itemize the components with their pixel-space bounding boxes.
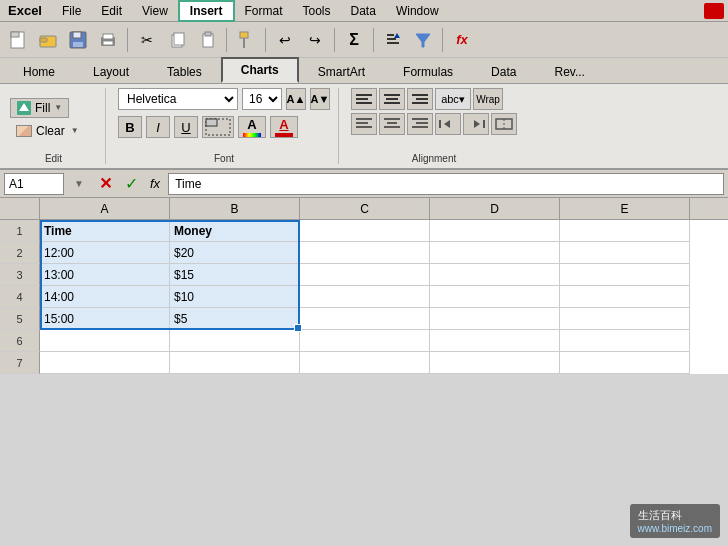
col-header-c[interactable]: C <box>300 198 430 219</box>
col-header-e[interactable]: E <box>560 198 690 219</box>
tab-smartart[interactable]: SmartArt <box>299 60 384 83</box>
cell-b6[interactable] <box>170 330 300 352</box>
tab-layout[interactable]: Layout <box>74 60 148 83</box>
undo-button[interactable]: ↩ <box>271 26 299 54</box>
cell-c1[interactable] <box>300 220 430 242</box>
cell-c4[interactable] <box>300 286 430 308</box>
cut-button[interactable]: ✂ <box>133 26 161 54</box>
fill-button[interactable]: Fill ▼ <box>10 98 69 118</box>
sum-button[interactable]: Σ <box>340 26 368 54</box>
confirm-formula-button[interactable]: ✓ <box>120 173 142 195</box>
row-header-1[interactable]: 1 <box>0 220 40 242</box>
highlight-color-button[interactable]: A <box>238 116 266 138</box>
cell-b4[interactable]: $10 <box>170 286 300 308</box>
cell-d2[interactable] <box>430 242 560 264</box>
cell-c6[interactable] <box>300 330 430 352</box>
redo-button[interactable]: ↪ <box>301 26 329 54</box>
cell-e2[interactable] <box>560 242 690 264</box>
cell-e5[interactable] <box>560 308 690 330</box>
tab-formulas[interactable]: Formulas <box>384 60 472 83</box>
col-header-a[interactable]: A <box>40 198 170 219</box>
cell-a5[interactable]: 15:00 <box>40 308 170 330</box>
cell-d5[interactable] <box>430 308 560 330</box>
align-bottom-center-button[interactable] <box>379 113 405 135</box>
font-color-button[interactable]: A <box>270 116 298 138</box>
cell-d4[interactable] <box>430 286 560 308</box>
cell-c3[interactable] <box>300 264 430 286</box>
format-painter-button[interactable] <box>232 26 260 54</box>
fill-dropdown-arrow[interactable]: ▼ <box>54 103 62 112</box>
menu-window[interactable]: Window <box>386 2 449 20</box>
cell-e1[interactable] <box>560 220 690 242</box>
sort-asc-button[interactable] <box>379 26 407 54</box>
row-header-7[interactable]: 7 <box>0 352 40 374</box>
close-icon[interactable] <box>704 3 724 19</box>
menu-edit[interactable]: Edit <box>91 2 132 20</box>
align-top-right-button[interactable] <box>407 88 433 110</box>
row-header-5[interactable]: 5 <box>0 308 40 330</box>
cell-d6[interactable] <box>430 330 560 352</box>
expand-ref-button[interactable]: ▼ <box>68 173 90 195</box>
copy-button[interactable] <box>163 26 191 54</box>
cell-b7[interactable] <box>170 352 300 374</box>
save-button[interactable] <box>64 26 92 54</box>
row-header-6[interactable]: 6 <box>0 330 40 352</box>
cell-d1[interactable] <box>430 220 560 242</box>
formula-input[interactable] <box>168 173 724 195</box>
cell-a1[interactable]: Time <box>40 220 170 242</box>
font-name-select[interactable]: Helvetica Arial Times New Roman <box>118 88 238 110</box>
cell-a2[interactable]: 12:00 <box>40 242 170 264</box>
clear-dropdown-arrow[interactable]: ▼ <box>71 126 79 135</box>
cell-reference-input[interactable] <box>4 173 64 195</box>
row-header-4[interactable]: 4 <box>0 286 40 308</box>
print-button[interactable] <box>94 26 122 54</box>
menu-file[interactable]: File <box>52 2 91 20</box>
filter-button[interactable] <box>409 26 437 54</box>
cell-c2[interactable] <box>300 242 430 264</box>
open-button[interactable] <box>34 26 62 54</box>
cell-a6[interactable] <box>40 330 170 352</box>
cell-d3[interactable] <box>430 264 560 286</box>
font-size-select[interactable]: 16 8 10 12 14 18 24 <box>242 88 282 110</box>
menu-view[interactable]: View <box>132 2 178 20</box>
wrap-text-button[interactable]: Wrap <box>473 88 503 110</box>
underline-button[interactable]: U <box>174 116 198 138</box>
cell-e7[interactable] <box>560 352 690 374</box>
cell-b1[interactable]: Money <box>170 220 300 242</box>
cell-a3[interactable]: 13:00 <box>40 264 170 286</box>
font-size-decrease-button[interactable]: A▼ <box>310 88 330 110</box>
menu-format[interactable]: Format <box>235 2 293 20</box>
cell-c5[interactable] <box>300 308 430 330</box>
merge-button[interactable] <box>491 113 517 135</box>
border-button[interactable] <box>202 116 234 138</box>
font-size-increase-button[interactable]: A▲ <box>286 88 306 110</box>
increase-indent-button[interactable] <box>463 113 489 135</box>
align-bottom-right-button[interactable] <box>407 113 433 135</box>
cell-e4[interactable] <box>560 286 690 308</box>
cancel-formula-button[interactable]: ✕ <box>94 173 116 195</box>
new-button[interactable] <box>4 26 32 54</box>
col-header-d[interactable]: D <box>430 198 560 219</box>
cell-d7[interactable] <box>430 352 560 374</box>
cell-b5[interactable]: $5 <box>170 308 300 330</box>
menu-insert[interactable]: Insert <box>178 0 235 22</box>
bold-button[interactable]: B <box>118 116 142 138</box>
tab-home[interactable]: Home <box>4 60 74 83</box>
italic-button[interactable]: I <box>146 116 170 138</box>
menu-data[interactable]: Data <box>341 2 386 20</box>
tab-tables[interactable]: Tables <box>148 60 221 83</box>
cell-e6[interactable] <box>560 330 690 352</box>
cell-c7[interactable] <box>300 352 430 374</box>
cell-e3[interactable] <box>560 264 690 286</box>
tab-review[interactable]: Rev... <box>535 60 603 83</box>
paste-button[interactable] <box>193 26 221 54</box>
row-header-2[interactable]: 2 <box>0 242 40 264</box>
function-button[interactable]: fx <box>448 26 476 54</box>
tab-charts[interactable]: Charts <box>221 57 299 83</box>
menu-tools[interactable]: Tools <box>293 2 341 20</box>
cell-a7[interactable] <box>40 352 170 374</box>
align-top-left-button[interactable] <box>351 88 377 110</box>
cell-b2[interactable]: $20 <box>170 242 300 264</box>
cell-a4[interactable]: 14:00 <box>40 286 170 308</box>
decrease-indent-button[interactable] <box>435 113 461 135</box>
